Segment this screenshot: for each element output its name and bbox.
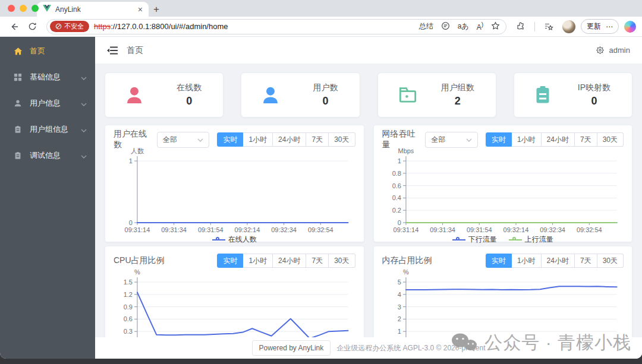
window-zoom-button[interactable] [32, 5, 39, 12]
time-filter-4[interactable]: 30天 [597, 132, 624, 147]
svg-text:09:32:14: 09:32:14 [503, 226, 528, 233]
window-close-button[interactable] [8, 5, 15, 12]
legend-item[interactable]: 下行流量 [452, 235, 497, 245]
time-filter-0[interactable]: 实时 [217, 132, 243, 147]
collections-icon[interactable] [540, 19, 557, 34]
time-filter-1[interactable]: 1小时 [243, 132, 273, 147]
toolbar-icons: 更新 ⋯ [512, 19, 636, 34]
username: admin [609, 46, 630, 55]
legend-item[interactable]: 在线人数 [212, 235, 257, 245]
time-filter-0[interactable]: 实时 [217, 254, 243, 268]
svg-text:09:32:14: 09:32:14 [235, 226, 260, 233]
extensions-icon[interactable] [512, 19, 529, 34]
copilot-icon[interactable] [624, 21, 636, 33]
svg-text:人数: 人数 [131, 148, 144, 154]
url-text: https://127.0.0.1:8800/ui/#/admin/home [94, 22, 228, 31]
browser-window: AnyLink × + 不安全 https://127.0.0.1:8800/u… [0, 0, 642, 359]
translate-icon[interactable]: aあ [458, 21, 469, 31]
chevron-down-icon [197, 135, 203, 144]
clipboard-icon [14, 125, 23, 134]
favorite-star-icon[interactable] [491, 21, 500, 32]
svg-text:0: 0 [129, 219, 133, 226]
time-filter-0[interactable]: 实时 [486, 254, 512, 268]
stat-card-users: 用户数 0 [241, 72, 360, 118]
sidebar-item-debug-info[interactable]: 调试信息 [0, 143, 95, 169]
time-filter-1[interactable]: 1小时 [512, 132, 542, 147]
profile-avatar[interactable] [562, 20, 575, 33]
chevron-down-icon [81, 125, 87, 134]
svg-text:1.5: 1.5 [124, 278, 133, 286]
time-filter-2[interactable]: 24小时 [542, 254, 575, 268]
browser-tab[interactable]: AnyLink × [37, 2, 149, 17]
stat-label: IP映射数 [578, 83, 610, 93]
user-icon [259, 84, 282, 106]
time-filter-group: 实时1小时24小时7天30天 [486, 254, 624, 268]
clipboard-icon [532, 84, 553, 106]
summarize-button[interactable]: 总结 [419, 21, 433, 31]
panel-online-users: 用户在线数 全部 实时1小时24小时7天30天 01人数09:31:1409:3… [105, 125, 364, 242]
reload-icon[interactable] [24, 19, 40, 34]
window-minimize-button[interactable] [20, 5, 27, 12]
address-bar[interactable]: 不安全 https://127.0.0.1:8800/ui/#/admin/ho… [46, 19, 506, 34]
breadcrumb[interactable]: 首页 [127, 45, 143, 56]
time-filter-2[interactable]: 24小时 [273, 132, 306, 147]
time-filter-0[interactable]: 实时 [486, 132, 512, 147]
stat-value: 0 [313, 95, 338, 107]
svg-text:2: 2 [397, 315, 401, 322]
svg-text:%: % [403, 269, 409, 276]
time-filter-1[interactable]: 1小时 [243, 254, 273, 268]
app-header: 首页 admin [95, 37, 642, 64]
back-icon[interactable] [6, 19, 23, 34]
time-filter-4[interactable]: 30天 [329, 132, 355, 147]
stat-cards: 在线数 0 用户数 0 [105, 72, 632, 118]
time-filter-4[interactable]: 30天 [597, 254, 624, 268]
time-filter-2[interactable]: 24小时 [542, 132, 575, 147]
browser-menu-icon[interactable]: ⋯ [606, 23, 613, 31]
time-filter-3[interactable]: 7天 [306, 132, 329, 147]
sidebar-item-basic-info[interactable]: 基础信息 [0, 64, 95, 90]
gear-icon [596, 46, 605, 55]
sidebar-item-home[interactable]: 首页 [0, 38, 95, 64]
chart-legend: 在线人数 [114, 235, 355, 245]
chevron-down-icon [81, 151, 87, 160]
grid-icon [14, 72, 23, 82]
panel-title: CPU占用比例 [114, 255, 165, 266]
not-secure-badge[interactable]: 不安全 [50, 21, 89, 32]
time-filter-3[interactable]: 7天 [575, 254, 597, 268]
svg-text:0.4: 0.4 [392, 194, 401, 201]
svg-text:09:32:34: 09:32:34 [271, 226, 297, 233]
read-aloud-icon[interactable]: A) [477, 21, 483, 31]
svg-text:0.6: 0.6 [392, 182, 401, 189]
tab-strip: AnyLink × + [0, 0, 642, 17]
time-filter-3[interactable]: 7天 [575, 132, 597, 147]
svg-text:0.3: 0.3 [124, 328, 133, 335]
time-filter-4[interactable]: 30天 [329, 254, 355, 268]
journal-icon[interactable] [441, 21, 450, 32]
sidebar-item-group-info[interactable]: 用户组信息 [0, 116, 95, 143]
time-filter-1[interactable]: 1小时 [512, 254, 542, 268]
user-menu[interactable]: admin [596, 46, 630, 55]
legend-item[interactable]: 上行流量 [509, 235, 553, 245]
home-icon [14, 46, 23, 56]
stat-value: 2 [441, 95, 474, 107]
time-filter-group: 实时1小时24小时7天30天 [486, 132, 624, 147]
scope-select[interactable]: 全部 [157, 132, 209, 148]
tab-title: AnyLink [55, 5, 81, 14]
update-button[interactable]: 更新 ⋯ [581, 19, 619, 34]
new-tab-button[interactable]: + [149, 2, 164, 17]
svg-text:09:31:34: 09:31:34 [161, 226, 187, 233]
chevron-down-icon [466, 135, 472, 144]
tab-close-icon[interactable]: × [138, 5, 143, 14]
scope-select[interactable]: 全部 [425, 132, 477, 148]
svg-text:%: % [134, 269, 140, 276]
svg-text:0.8: 0.8 [392, 170, 401, 177]
stat-card-online: 在线数 0 [105, 72, 224, 118]
chevron-down-icon [81, 73, 87, 82]
svg-text:5: 5 [397, 278, 401, 286]
time-filter-3[interactable]: 7天 [306, 254, 329, 268]
time-filter-group: 实时1小时24小时7天30天 [217, 132, 355, 147]
select-value: 全部 [163, 135, 177, 145]
time-filter-2[interactable]: 24小时 [273, 254, 306, 268]
sidebar-item-user-info[interactable]: 用户信息 [0, 90, 95, 116]
menu-fold-icon[interactable] [107, 46, 118, 55]
